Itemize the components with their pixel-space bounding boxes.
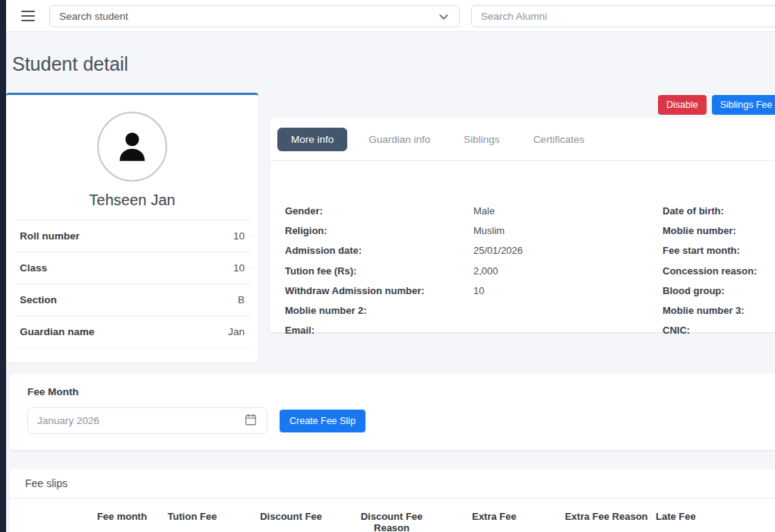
student-detail-row: Section B <box>14 284 251 316</box>
search-student-value: Search student <box>59 11 128 22</box>
detail-label: Class <box>20 262 47 274</box>
create-fee-slip-button[interactable]: Create Fee Slip <box>280 410 365 432</box>
student-detail-row: Roll number 10 <box>14 220 251 252</box>
info-row: Religion: Muslim <box>285 220 663 240</box>
info-tabbar: More info Guardian info Siblings Certifi… <box>270 118 775 161</box>
info-tab[interactable]: Siblings <box>451 128 511 151</box>
menu-toggle-icon[interactable] <box>21 11 35 21</box>
student-actions: Disable Siblings Fee slip <box>658 95 775 115</box>
info-label: Date of birth: <box>663 205 775 217</box>
info-tab[interactable]: Guardian info <box>356 128 442 151</box>
info-row: Tution fee (Rs): 2,000 <box>285 261 663 280</box>
info-value: Muslim <box>473 225 505 236</box>
student-detail-rows: Roll number 10 Class 10 Section B Guardi… <box>14 220 251 348</box>
fee-slips-card: Fee slips Fee month Tution Fee Discount … <box>10 469 775 532</box>
student-name: Tehseen Jan <box>6 192 258 209</box>
detail-value: B <box>238 294 245 306</box>
fee-slips-column-header: Fee month <box>90 511 154 532</box>
info-column-left: Gender: Male Religion: Muslim Admission … <box>285 201 663 340</box>
fee-slips-column-header: Tution Fee <box>154 511 230 532</box>
more-info-panel: Gender: Male Religion: Muslim Admission … <box>270 161 775 340</box>
info-value: 25/01/2026 <box>473 245 523 256</box>
info-row: Date of birth: <box>663 201 775 220</box>
detail-label: Roll number <box>20 230 80 242</box>
fee-slips-column-header: Extra Fee <box>432 511 557 532</box>
info-label: Blood group: <box>663 285 775 296</box>
info-row: Concession reason: <box>663 261 775 280</box>
detail-label: Guardian name <box>20 326 94 337</box>
info-label: Fee start month: <box>663 245 775 256</box>
info-label: Tution fee (Rs): <box>285 265 473 277</box>
info-value: 10 <box>473 285 484 296</box>
info-row: Moblie number 3: <box>663 300 775 320</box>
fee-month-value: January 2026 <box>37 415 100 426</box>
info-column-right: Date of birth: Moblie number: Fee start … <box>663 201 775 340</box>
detail-value: Jan <box>228 326 245 337</box>
info-value: Male <box>473 205 495 217</box>
info-label: Withdraw Admission number: <box>285 285 473 296</box>
info-row: Fee start month: <box>663 241 775 261</box>
info-label: Concession reason: <box>663 265 775 277</box>
collapsed-sidebar-strip <box>0 0 6 532</box>
fee-month-label: Fee Month <box>27 386 79 397</box>
info-row: Withdraw Admission number: 10 <box>285 280 663 300</box>
fee-slips-title: Fee slips <box>10 469 775 499</box>
info-label: Moblie number 2: <box>285 305 473 316</box>
fee-slips-column-header: Extra Fee Reason <box>557 511 656 532</box>
info-label: Admission date: <box>285 245 473 256</box>
student-summary-card: Tehseen Jan Roll number 10 Class 10 Sect… <box>6 93 258 363</box>
info-row: CNIC: <box>663 321 775 340</box>
fee-slips-table-header: Fee month Tution Fee Discount Fee Discou… <box>10 505 775 532</box>
search-student-select[interactable]: Search student <box>49 5 460 27</box>
fee-month-date-input[interactable]: January 2026 <box>27 407 267 434</box>
fee-slips-column-header: Late Fee <box>656 511 696 532</box>
info-tab[interactable]: More info <box>277 128 347 151</box>
fee-slips-column-header <box>10 511 90 532</box>
search-alumni-input[interactable] <box>471 5 775 27</box>
person-icon <box>110 125 154 169</box>
detail-value: 10 <box>233 230 245 242</box>
info-value: 2,000 <box>473 265 498 277</box>
detail-value: 10 <box>233 262 245 274</box>
fee-month-card: Fee Month January 2026 Create Fee Slip <box>10 374 775 450</box>
info-row: Moblie number 2: <box>285 300 663 320</box>
topbar: Search student <box>6 0 775 32</box>
info-tab[interactable]: Certificates <box>521 128 597 151</box>
disable-button[interactable]: Disable <box>658 95 707 115</box>
avatar <box>97 112 167 182</box>
info-label: Moblie number: <box>663 225 775 236</box>
student-detail-row: Guardian name Jan <box>14 316 251 348</box>
info-row: Admission date: 25/01/2026 <box>285 241 663 261</box>
info-label: Email: <box>285 325 473 336</box>
info-row: Blood group: <box>663 280 775 300</box>
info-label: Religion: <box>285 225 473 236</box>
info-row: Email: <box>285 321 663 340</box>
info-label: CNIC: <box>663 325 775 336</box>
detail-label: Section <box>20 294 57 306</box>
info-row: Gender: Male <box>285 201 663 220</box>
siblings-fee-slip-button[interactable]: Siblings Fee slip <box>712 95 775 115</box>
info-label: Gender: <box>285 205 473 217</box>
fee-slips-column-header: Discount Fee Reason <box>352 511 432 532</box>
info-row: Moblie number: <box>663 220 775 240</box>
student-info-card: More info Guardian info Siblings Certifi… <box>270 118 775 332</box>
fee-slips-column-header: Discount Fee <box>230 511 352 532</box>
student-detail-row: Class 10 <box>14 252 251 284</box>
info-label: Moblie number 3: <box>663 305 775 316</box>
chevron-down-icon <box>438 11 450 23</box>
calendar-icon <box>244 413 258 429</box>
page-title: Student detail <box>12 53 128 75</box>
